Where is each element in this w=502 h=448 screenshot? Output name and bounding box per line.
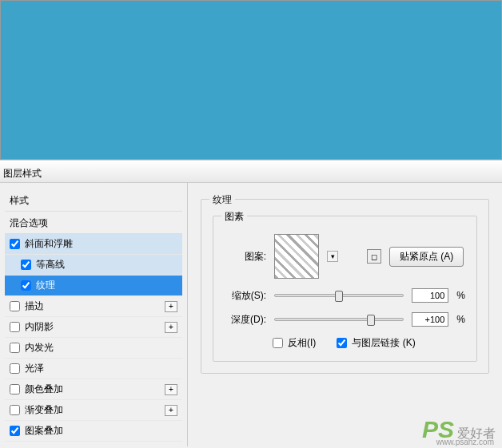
style-checkbox[interactable] <box>10 384 20 394</box>
style-checkbox[interactable] <box>10 343 20 353</box>
style-label: 光泽 <box>25 362 44 375</box>
style-checkbox[interactable] <box>10 426 20 436</box>
style-item[interactable]: 内阴影+ <box>5 317 182 338</box>
style-item[interactable]: 光泽 <box>5 359 182 379</box>
scale-label: 缩放(S): <box>225 289 266 303</box>
style-label: 斜面和浮雕 <box>25 237 73 251</box>
canvas-preview: SWEET <box>0 0 502 160</box>
depth-row: 深度(D): % <box>225 312 465 327</box>
style-label: 内阴影 <box>25 320 54 334</box>
layer-style-dialog: 图层样式 样式 混合选项 斜面和浮雕等高线纹理描边+内阴影+内发光光泽颜色叠加+… <box>0 160 502 448</box>
style-item[interactable]: 纹理 <box>5 276 182 296</box>
texture-panel: 纹理 图素 图案: ▾ ◻ 贴紧原点 (A) 缩放(S): <box>188 183 502 446</box>
invert-checkbox[interactable] <box>273 338 283 348</box>
depth-label: 深度(D): <box>225 313 266 327</box>
styles-header[interactable]: 样式 <box>5 191 182 212</box>
style-item[interactable]: 图案叠加 <box>5 421 182 442</box>
options-row: 反相(I) 与图层链接 (K) <box>273 336 465 350</box>
snap-origin-button[interactable]: 贴紧原点 (A) <box>389 247 464 267</box>
style-checkbox[interactable] <box>10 301 20 311</box>
scale-input[interactable] <box>412 288 448 303</box>
pattern-thumbnail[interactable] <box>274 234 319 279</box>
style-label: 纹理 <box>36 279 55 292</box>
style-list: 斜面和浮雕等高线纹理描边+内阴影+内发光光泽颜色叠加+渐变叠加+图案叠加 <box>5 234 182 442</box>
scale-row: 缩放(S): % <box>225 288 465 303</box>
style-checkbox[interactable] <box>10 363 20 374</box>
style-checkbox[interactable] <box>10 405 20 415</box>
add-effect-button[interactable]: + <box>165 384 177 395</box>
add-effect-button[interactable]: + <box>165 301 177 312</box>
depth-input[interactable] <box>412 312 448 327</box>
depth-slider-thumb[interactable] <box>367 315 375 326</box>
style-label: 渐变叠加 <box>25 403 63 417</box>
scale-slider-thumb[interactable] <box>335 291 343 302</box>
pattern-label: 图案: <box>225 250 266 264</box>
link-checkbox[interactable] <box>337 338 347 348</box>
style-item[interactable]: 等高线 <box>5 255 182 276</box>
invert-option[interactable]: 反相(I) <box>273 336 316 350</box>
dialog-title: 图层样式 <box>0 161 502 183</box>
invert-label: 反相(I) <box>288 336 316 350</box>
style-item[interactable]: 斜面和浮雕 <box>5 234 182 255</box>
style-label: 内发光 <box>25 341 54 355</box>
add-effect-button[interactable]: + <box>165 405 177 416</box>
blending-options[interactable]: 混合选项 <box>5 212 182 234</box>
elements-group: 图素 图案: ▾ ◻ 贴紧原点 (A) 缩放(S): <box>213 216 477 362</box>
style-checkbox[interactable] <box>10 322 20 332</box>
style-checkbox[interactable] <box>10 239 20 249</box>
texture-section-label: 纹理 <box>209 193 235 207</box>
style-item[interactable]: 描边+ <box>5 296 182 317</box>
style-checkbox[interactable] <box>21 280 31 291</box>
link-option[interactable]: 与图层链接 (K) <box>337 336 415 350</box>
texture-group: 纹理 图素 图案: ▾ ◻ 贴紧原点 (A) 缩放(S): <box>201 199 489 374</box>
watermark-url: www.psahz.com <box>436 438 494 446</box>
depth-percent: % <box>456 314 465 325</box>
add-effect-button[interactable]: + <box>165 322 177 333</box>
style-label: 等高线 <box>36 258 65 272</box>
depth-slider[interactable] <box>274 318 404 321</box>
pattern-row: 图案: ▾ ◻ 贴紧原点 (A) <box>225 234 465 279</box>
scale-percent: % <box>456 290 465 301</box>
style-label: 描边 <box>25 299 44 313</box>
new-preset-icon[interactable]: ◻ <box>367 249 381 264</box>
style-item[interactable]: 渐变叠加+ <box>5 400 182 421</box>
style-checkbox[interactable] <box>21 260 31 270</box>
style-label: 图案叠加 <box>25 424 63 438</box>
style-item[interactable]: 内发光 <box>5 338 182 359</box>
scale-slider[interactable] <box>274 294 404 297</box>
link-label: 与图层链接 (K) <box>352 336 415 350</box>
style-item[interactable]: 颜色叠加+ <box>5 379 182 400</box>
style-label: 颜色叠加 <box>25 383 63 396</box>
pattern-dropdown-icon[interactable]: ▾ <box>327 251 338 262</box>
elements-label: 图素 <box>221 210 247 224</box>
styles-panel: 样式 混合选项 斜面和浮雕等高线纹理描边+内阴影+内发光光泽颜色叠加+渐变叠加+… <box>0 183 188 446</box>
